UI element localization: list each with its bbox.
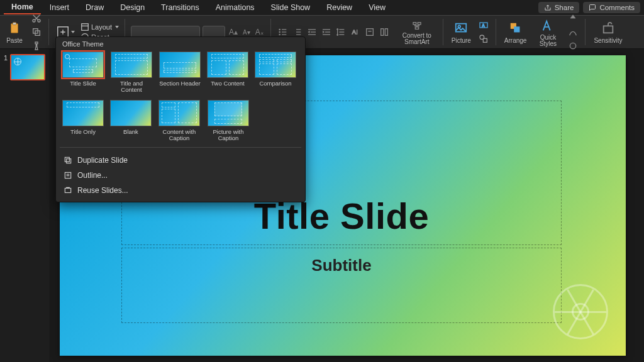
svg-rect-33 [418,22,421,24]
tab-animations[interactable]: Animations [208,1,262,14]
svg-rect-32 [413,22,416,24]
picture-button[interactable] [453,20,469,36]
layout-title-content[interactable]: Title and Content [110,52,153,94]
paste-label: Paste [6,37,23,44]
comment-icon [589,4,596,11]
sensitivity-label: Sensitivity [594,37,622,44]
layout-button[interactable]: Layout [80,23,119,31]
svg-point-13 [279,34,280,35]
clipboard-group: Paste [4,16,25,48]
slide-thumbnail-1[interactable] [10,54,45,80]
tab-review[interactable]: Review [319,1,360,14]
tab-draw[interactable]: Draw [78,1,111,14]
duplicate-icon [64,156,72,165]
arrange-label: Arrange [504,37,527,44]
svg-rect-31 [385,29,387,36]
comments-button[interactable]: Comments [583,2,640,13]
gallery-theme-label: Office Theme [56,37,305,52]
outline-menuitem[interactable]: Outline... [56,168,305,183]
layout-title-slide[interactable]: Title Slide [62,52,104,94]
svg-rect-7 [82,24,89,31]
tab-design[interactable]: Design [113,1,152,14]
indent-button[interactable] [320,26,333,38]
share-icon [544,4,552,11]
svg-rect-44 [604,26,613,33]
share-label: Share [555,4,574,11]
slide-thumbnails: 1 [0,49,49,362]
paste-button[interactable] [6,20,23,36]
layout-gallery: Office Theme Title Slide Title and Conte… [55,36,306,202]
convert-label: Convert to SmartArt [399,33,435,45]
layout-content-caption[interactable]: Content with Caption [158,100,201,142]
svg-point-11 [279,31,280,32]
line-spacing-button[interactable] [335,26,347,38]
columns-button[interactable] [378,26,391,38]
thumb-number: 1 [4,54,8,80]
outline-icon [64,171,72,180]
reuse-icon [64,186,72,195]
svg-point-43 [570,43,576,48]
text-direction-button[interactable]: A [349,26,362,38]
cut-button[interactable] [30,12,43,25]
layout-picture-caption[interactable]: Picture with Caption [207,100,250,142]
svg-rect-42 [514,26,519,32]
svg-rect-34 [415,27,418,29]
tab-slideshow[interactable]: Slide Show [264,1,318,14]
svg-rect-40 [483,38,487,42]
svg-point-9 [279,29,280,30]
layout-comparison[interactable]: Comparison [255,52,296,94]
layout-title-only[interactable]: Title Only [62,100,104,142]
duplicate-slide-menuitem[interactable]: Duplicate Slide [56,153,305,168]
outdent-button[interactable] [306,26,318,38]
copy-button[interactable] [30,26,43,38]
slide-subtitle: Subtitle [311,256,371,275]
svg-text:A: A [352,29,356,35]
comments-label: Comments [599,4,635,11]
reuse-slides-menuitem[interactable]: Reuse Slides... [56,183,305,198]
svg-text:A: A [482,23,485,28]
svg-rect-30 [380,29,383,36]
layout-blank[interactable]: Blank [110,100,152,142]
sensitivity-button[interactable] [600,20,616,36]
tab-view[interactable]: View [361,1,393,14]
svg-rect-50 [65,188,70,192]
shape-fill-button[interactable] [567,12,579,25]
svg-rect-1 [13,23,16,25]
convert-smartart-button[interactable] [411,19,423,32]
subtitle-placeholder[interactable]: Subtitle [121,248,562,323]
shape-outline-button[interactable] [567,26,579,38]
quick-styles-label: Quick Styles [535,35,560,47]
svg-rect-45 [67,158,71,163]
picture-label: Picture [452,37,471,44]
arrange-button[interactable] [508,20,524,36]
align-text-button[interactable] [364,26,376,38]
format-painter-button[interactable] [30,40,43,52]
svg-rect-28 [366,29,373,36]
tab-transitions[interactable]: Transitions [153,1,207,14]
slide-decoration-icon [553,284,608,339]
svg-rect-46 [65,157,69,162]
decrease-font-button[interactable]: A▾ [242,28,252,37]
quick-styles-button[interactable] [540,18,556,34]
tab-insert[interactable]: Insert [42,1,77,14]
textbox-button[interactable]: A [477,19,490,31]
shapes-button[interactable] [477,33,490,45]
ribbon-tabs: Home Insert Draw Design Transitions Anim… [0,0,644,15]
shape-effects-button[interactable] [567,40,579,52]
layout-section-header[interactable]: Section Header [159,52,201,94]
layout-two-content[interactable]: Two Content [207,52,248,94]
